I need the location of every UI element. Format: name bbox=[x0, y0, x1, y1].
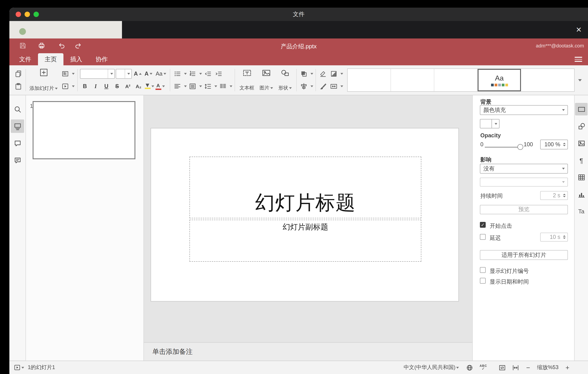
search-button[interactable] bbox=[11, 102, 24, 116]
tab-insert[interactable]: 插入 bbox=[63, 53, 89, 65]
superscript-button[interactable]: A² bbox=[123, 81, 133, 91]
background-color-picker[interactable] bbox=[480, 119, 500, 128]
chevron-down-icon bbox=[72, 86, 75, 87]
slide-settings-tab[interactable] bbox=[575, 103, 588, 115]
table-settings-tab[interactable] bbox=[575, 171, 588, 183]
spinner-arrows-icon[interactable] bbox=[562, 235, 567, 239]
decrease-indent-button[interactable] bbox=[203, 69, 213, 79]
start-slideshow-button[interactable] bbox=[60, 81, 70, 91]
image-settings-tab[interactable] bbox=[575, 137, 588, 149]
insert-shape-button[interactable]: 形状 bbox=[276, 68, 294, 92]
horizontal-align-button[interactable] bbox=[172, 81, 182, 91]
menu-hamburger-icon[interactable] bbox=[575, 57, 582, 62]
comments-button[interactable] bbox=[11, 136, 24, 150]
language-selector[interactable]: 中文(中华人民共和国) bbox=[404, 364, 459, 371]
underline-button[interactable]: U bbox=[101, 81, 111, 91]
fit-to-slide-button[interactable] bbox=[499, 364, 506, 371]
insert-textbox-button[interactable]: 文本框 bbox=[237, 68, 256, 92]
font-color-button[interactable]: A bbox=[155, 81, 165, 91]
zoom-out-button[interactable]: − bbox=[525, 364, 532, 371]
document-language-button[interactable] bbox=[466, 364, 473, 371]
numbering-button[interactable] bbox=[188, 69, 198, 79]
zoom-in-button[interactable]: + bbox=[564, 364, 571, 371]
paragraph-settings-tab[interactable]: ¶ bbox=[575, 154, 588, 166]
bullets-button[interactable] bbox=[172, 69, 182, 79]
slide-1-thumbnail[interactable] bbox=[33, 101, 135, 159]
delay-checkbox[interactable]: ✓ bbox=[480, 234, 486, 240]
theme-gallery-expand-button[interactable] bbox=[575, 68, 584, 92]
show-datetime-checkbox[interactable]: ✓ bbox=[480, 278, 486, 284]
image-icon bbox=[262, 69, 271, 77]
theme-thumbnail-1[interactable] bbox=[348, 69, 391, 91]
theme-thumbnail-3[interactable] bbox=[434, 69, 478, 91]
textart-settings-tab[interactable]: Ta bbox=[575, 205, 588, 217]
window-minimize-button[interactable] bbox=[25, 12, 30, 17]
strikethrough-button[interactable]: S bbox=[112, 81, 122, 91]
chevron-down-icon bbox=[55, 88, 58, 89]
bold-button[interactable]: B bbox=[80, 81, 90, 91]
font-name-select[interactable] bbox=[80, 69, 115, 79]
close-editor-button[interactable]: ✕ bbox=[576, 26, 582, 33]
window-zoom-button[interactable] bbox=[33, 12, 39, 17]
insert-image-button[interactable]: 图片 bbox=[257, 68, 275, 92]
italic-button[interactable]: I bbox=[91, 81, 101, 91]
shape-settings-tab[interactable] bbox=[575, 120, 588, 132]
opacity-slider-track[interactable] bbox=[485, 147, 521, 148]
color-scheme-button[interactable] bbox=[329, 69, 339, 79]
spellcheck-button[interactable]: ABC ✓ bbox=[480, 364, 487, 371]
theme-thumbnail-2[interactable] bbox=[391, 69, 434, 91]
tab-home[interactable]: 主页 bbox=[38, 53, 63, 65]
chat-button[interactable] bbox=[11, 154, 24, 167]
opacity-slider-thumb[interactable] bbox=[517, 144, 523, 150]
highlight-color-button[interactable] bbox=[144, 81, 154, 91]
spinner-arrows-icon[interactable] bbox=[562, 143, 567, 146]
theme-thumbnail-4-selected[interactable]: Aa bbox=[478, 69, 521, 91]
increase-font-button[interactable]: A bbox=[133, 69, 143, 79]
copy-button[interactable] bbox=[13, 69, 23, 79]
tab-file[interactable]: 文件 bbox=[12, 53, 38, 65]
apply-to-all-slides-button[interactable]: 适用于所有幻灯片 bbox=[480, 250, 568, 260]
transition-variant-select[interactable] bbox=[480, 178, 568, 187]
vertical-align-button[interactable] bbox=[188, 81, 198, 91]
arrange-shape-button[interactable] bbox=[299, 69, 309, 79]
line-spacing-button[interactable] bbox=[203, 81, 213, 91]
transition-effect-select[interactable]: 没有 bbox=[480, 164, 568, 174]
increase-indent-button[interactable] bbox=[214, 69, 223, 79]
slides-panel-button[interactable] bbox=[11, 120, 24, 133]
preview-button[interactable]: 预览 bbox=[480, 205, 568, 214]
decrease-font-button[interactable]: A bbox=[143, 69, 153, 79]
delay-input[interactable]: 10 s bbox=[540, 233, 568, 242]
show-slide-number-checkbox[interactable]: ✓ bbox=[480, 267, 486, 273]
slide-title-placeholder[interactable]: 幻灯片标题 bbox=[189, 157, 421, 218]
columns-button[interactable] bbox=[218, 81, 228, 91]
subscript-button[interactable]: A₂ bbox=[134, 81, 143, 91]
tab-collaboration[interactable]: 协作 bbox=[89, 53, 114, 65]
clear-style-button[interactable] bbox=[318, 69, 328, 79]
slide-surface[interactable]: 幻灯片标题 幻灯片副标题 bbox=[151, 128, 459, 302]
slide-subtitle-placeholder[interactable]: 幻灯片副标题 bbox=[189, 220, 421, 262]
fit-to-width-button[interactable] bbox=[512, 364, 519, 371]
chart-settings-tab[interactable] bbox=[575, 188, 588, 200]
slide-size-button[interactable] bbox=[329, 81, 339, 91]
font-size-select[interactable] bbox=[116, 69, 132, 79]
window-title: 文件 bbox=[293, 10, 304, 18]
print-button[interactable] bbox=[36, 41, 47, 50]
change-layout-button[interactable] bbox=[60, 69, 70, 79]
window-close-button[interactable] bbox=[16, 12, 21, 17]
change-case-button[interactable]: Aa bbox=[154, 69, 168, 79]
redo-button[interactable] bbox=[73, 41, 84, 50]
notes-area[interactable]: 单击添加备注 bbox=[144, 342, 472, 361]
undo-button[interactable] bbox=[56, 41, 67, 50]
copy-style-button[interactable] bbox=[318, 81, 328, 91]
theme-thumbnail-5[interactable] bbox=[521, 69, 574, 91]
paste-button[interactable] bbox=[13, 81, 23, 91]
spinner-arrows-icon[interactable] bbox=[562, 194, 567, 197]
background-fill-select[interactable]: 颜色填充 bbox=[480, 105, 568, 115]
start-slideshow-status-button[interactable] bbox=[14, 364, 24, 371]
add-slide-button[interactable]: 添加幻灯片 bbox=[28, 68, 59, 92]
opacity-spinner[interactable]: 100 % bbox=[540, 140, 568, 149]
start-on-click-checkbox[interactable]: ✓ bbox=[480, 222, 486, 228]
duration-input[interactable]: 2 s bbox=[540, 191, 568, 200]
align-shape-button[interactable] bbox=[299, 81, 309, 91]
save-button[interactable] bbox=[17, 41, 28, 50]
